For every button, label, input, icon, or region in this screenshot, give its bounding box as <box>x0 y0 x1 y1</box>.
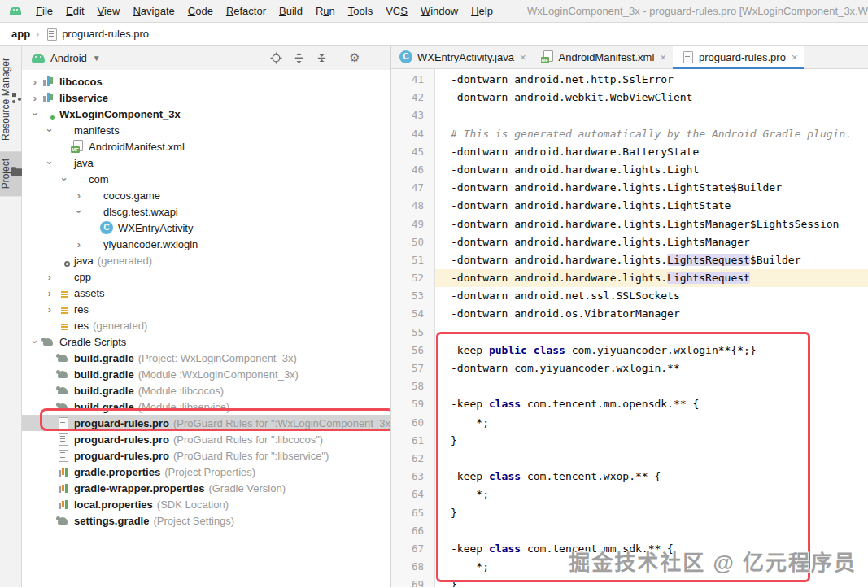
code-line[interactable]: -dontwarn android.hardware.lights.LightS… <box>435 179 868 197</box>
code-line[interactable]: *; <box>435 414 868 432</box>
tool-window-button-resource-manager[interactable]: Resource Manager <box>0 50 22 148</box>
menu-tools[interactable]: Tools <box>342 2 379 20</box>
tree-item-build-gradle-module-libcocos[interactable]: build.gradle(Module :libcocos) <box>22 382 390 399</box>
code-line[interactable]: } <box>435 504 868 522</box>
menu-run[interactable]: Run <box>309 2 342 20</box>
tree-chevron-icon[interactable]: › <box>28 76 41 88</box>
code-line[interactable]: -dontwarn android.net.ssl.SSLSockets <box>435 287 868 305</box>
code-line[interactable] <box>435 522 868 540</box>
code-line[interactable]: -dontwarn android.webkit.WebViewClient <box>435 89 868 107</box>
expand-all-icon[interactable] <box>292 51 305 64</box>
breadcrumb-file[interactable]: proguard-rules.pro <box>62 28 149 40</box>
tree-item-cpp[interactable]: ›cpp <box>22 268 390 285</box>
tree-item-java[interactable]: ›java <box>22 155 390 171</box>
close-icon[interactable]: × <box>792 51 798 63</box>
tree-chevron-icon[interactable]: › <box>73 205 85 218</box>
collapse-all-icon[interactable] <box>315 51 328 64</box>
settings-icon[interactable]: ⚙ <box>348 51 361 64</box>
code-line[interactable]: # This is generated automatically by the… <box>435 125 868 143</box>
tree-item-wxentryactivity[interactable]: WXEntryActivity <box>22 220 390 236</box>
code-line[interactable]: -dontwarn android.hardware.lights.Lights… <box>435 216 868 233</box>
tab-proguard-rules-pro[interactable]: proguard-rules.pro× <box>673 46 805 68</box>
menu-view[interactable]: View <box>91 2 127 20</box>
tree-item-proguard-rules-pro-proguard-rules-for-libservice[interactable]: proguard-rules.pro(ProGuard Rules for ":… <box>22 447 390 464</box>
code-line[interactable]: -dontwarn android.hardware.lights.Lights… <box>435 251 868 269</box>
tree-item-settings-gradle-project-settings[interactable]: settings.gradle(Project Settings) <box>22 512 390 529</box>
editor-body[interactable]: 4142434445464748495051525354555657585960… <box>391 69 868 587</box>
code-line[interactable]: -dontwarn android.hardware.lights.Lights… <box>435 233 868 251</box>
tree-chevron-icon[interactable]: › <box>43 303 56 316</box>
code-line[interactable]: -dontwarn android.net.http.SslError <box>435 71 868 89</box>
hide-icon[interactable]: — <box>371 51 384 64</box>
close-icon[interactable]: × <box>520 51 526 63</box>
code-line[interactable]: -keep class com.tencent.mm.sdk.** { <box>435 540 868 558</box>
tree-chevron-icon[interactable]: › <box>29 107 41 120</box>
project-view-selector[interactable]: Android <box>50 52 87 64</box>
tab-wxentryactivity-java[interactable]: WXEntryActivity.java× <box>391 46 533 68</box>
tree-item-yiyuancoder-wxlogin[interactable]: ›yiyuancoder.wxlogin <box>22 236 390 252</box>
tree-item-build-gradle-project-wxlogincomponent-3x[interactable]: build.gradle(Project: WxLoginComponent_3… <box>22 350 390 366</box>
code-line[interactable]: -keep class com.tencent.wxop.** { <box>435 468 868 486</box>
tree-chevron-icon[interactable]: › <box>43 271 56 283</box>
tree-item-wxlogincomponent-3x[interactable]: ›WxLoginComponent_3x <box>22 106 390 122</box>
code-line[interactable]: -keep class com.tencent.mm.opensdk.** { <box>435 395 868 413</box>
breadcrumb-root[interactable]: app <box>11 28 30 40</box>
locate-icon[interactable] <box>269 51 282 64</box>
code-line[interactable] <box>435 450 868 468</box>
tree-item-java-generated[interactable]: java(generated) <box>22 252 390 268</box>
menu-navigate[interactable]: Navigate <box>126 2 181 20</box>
tree-item-local-properties-sdk-location[interactable]: local.properties(SDK Location) <box>22 496 390 512</box>
tree-item-androidmanifest-xml[interactable]: AndroidManifest.xml <box>22 138 390 155</box>
menu-help[interactable]: Help <box>465 2 499 20</box>
code-line[interactable] <box>435 107 868 124</box>
code-line[interactable] <box>435 324 868 342</box>
tree-item-res[interactable]: ›res <box>22 301 390 317</box>
tree-item-res-generated[interactable]: res(generated) <box>22 317 390 333</box>
tree-item-gradle-wrapper-properties-gradle-version[interactable]: gradle-wrapper.properties(Gradle Version… <box>22 480 390 496</box>
tree-item-proguard-rules-pro-proguard-rules-for-libcocos[interactable]: proguard-rules.pro(ProGuard Rules for ":… <box>22 431 390 447</box>
code-line[interactable]: -dontwarn android.hardware.BatteryState <box>435 143 868 161</box>
menu-file[interactable]: File <box>29 2 59 20</box>
code-line[interactable]: *; <box>435 486 868 503</box>
tree-chevron-icon[interactable]: › <box>28 92 41 104</box>
tool-window-button-project[interactable]: Project <box>0 151 22 196</box>
tree-chevron-icon[interactable]: › <box>72 189 85 202</box>
tree-item-build-gradle-module-libservice[interactable]: build.gradle(Module :libservice) <box>22 399 390 415</box>
tree-item-gradle-properties-project-properties[interactable]: gradle.properties(Project Properties) <box>22 464 390 480</box>
code-line[interactable]: } <box>435 432 868 450</box>
code-line[interactable]: -dontwarn android.os.VibratorManager <box>435 305 868 323</box>
tree-item-manifests[interactable]: ›manifests <box>22 122 390 138</box>
tree-item-proguard-rules-pro-proguard-rules-for-wxlogincomponent-3x[interactable]: proguard-rules.pro(ProGuard Rules for ":… <box>22 415 390 431</box>
tree-item-dlscg-test-wxapi[interactable]: ›dlscg.test.wxapi <box>22 203 390 220</box>
menu-vcs[interactable]: VCS <box>379 2 414 20</box>
tree-chevron-icon[interactable]: › <box>43 287 56 299</box>
code-line[interactable]: } <box>435 576 868 587</box>
tree-item-assets[interactable]: ›assets <box>22 285 390 301</box>
code-line[interactable]: -dontwarn android.hardware.lights.LightS… <box>435 197 868 215</box>
tree-chevron-icon[interactable]: › <box>72 238 85 250</box>
menu-code[interactable]: Code <box>181 2 220 20</box>
tab-androidmanifest-xml[interactable]: AndroidManifest.xml× <box>533 46 673 68</box>
code-line[interactable]: *; <box>435 558 868 576</box>
tree-item-com[interactable]: ›com <box>22 171 390 187</box>
close-icon[interactable]: × <box>660 51 666 63</box>
tree-item-libservice[interactable]: ›libservice <box>22 89 390 106</box>
code-line[interactable]: -dontwarn android.hardware.lights.Light <box>435 161 868 179</box>
tree-item-build-gradle-module-wxlogincomponent-3x[interactable]: build.gradle(Module :WxLoginComponent_3x… <box>22 366 390 382</box>
code-line[interactable]: -dontwarn android.hardware.lights.Lights… <box>435 269 868 287</box>
tree-chevron-icon[interactable]: › <box>59 172 71 185</box>
tree-item-gradle-scripts[interactable]: ›Gradle Scripts <box>22 333 390 350</box>
tree-item-libcocos[interactable]: ›libcocos <box>22 73 390 89</box>
tree-chevron-icon[interactable]: › <box>29 335 41 348</box>
code-line[interactable]: -keep public class com.yiyuancoder.wxlog… <box>435 342 868 359</box>
tree-item-cocos-game[interactable]: ›cocos.game <box>22 187 390 203</box>
tree-chevron-icon[interactable]: › <box>44 156 56 169</box>
menu-edit[interactable]: Edit <box>59 2 90 20</box>
menu-refactor[interactable]: Refactor <box>220 2 273 20</box>
code-line[interactable]: -dontwarn com.yiyuancoder.wxlogin.** <box>435 359 868 377</box>
menu-build[interactable]: Build <box>273 2 309 20</box>
code-line[interactable] <box>435 377 868 395</box>
code-area[interactable]: -dontwarn android.net.http.SslError-dont… <box>435 69 868 587</box>
chevron-down-icon[interactable]: ▼ <box>93 54 101 63</box>
tree-chevron-icon[interactable]: › <box>44 124 56 137</box>
